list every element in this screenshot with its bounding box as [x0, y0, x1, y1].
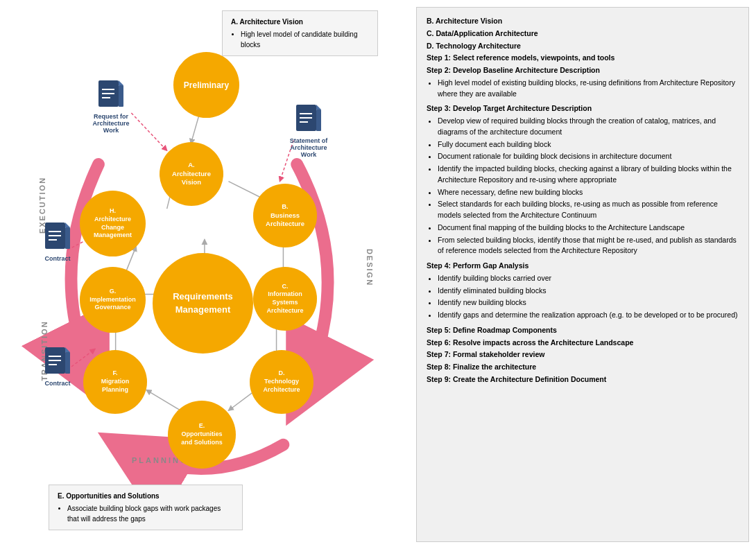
- circle-center: Requirements Management: [153, 253, 253, 354]
- rp-step2: Step 2: Develop Baseline Architecture De…: [427, 65, 739, 76]
- rp-step1: Step 1: Select reference models, viewpoi…: [427, 53, 739, 64]
- callout-top-title: A. Architecture Vision: [231, 17, 369, 27]
- circle-g: G. Implementation Governance: [80, 267, 146, 333]
- doc-request: Request for Architecture Work: [87, 80, 135, 134]
- right-panel: B. Architecture Vision C. Data/Applicati…: [416, 7, 749, 542]
- rp-line-1: B. Architecture Vision: [427, 16, 739, 27]
- svg-marker-30: [65, 223, 70, 227]
- rp-step3-item3: Document rationale for building block de…: [438, 151, 739, 162]
- callout-top: A. Architecture Vision High level model …: [222, 10, 378, 56]
- rp-step3-item4: Identify the impacted building blocks, c…: [438, 164, 739, 186]
- svg-marker-18: [119, 80, 123, 85]
- circle-a: A. Architecture Vision: [160, 142, 223, 206]
- rp-line-3: D. Technology Architecture: [427, 41, 739, 52]
- rp-step3-item6: Select standards for each building block…: [438, 199, 739, 221]
- callout-bottom-item-1: Associate building block gaps with work …: [67, 503, 234, 524]
- svg-rect-37: [65, 352, 70, 374]
- design-label: DESIGN: [366, 249, 374, 286]
- circle-b: B. Business Architecture: [253, 184, 317, 247]
- rp-step4-item3: Identify new building blocks: [438, 297, 739, 308]
- circle-preliminary: Preliminary: [173, 52, 239, 118]
- doc-contract2: Contract: [33, 347, 82, 387]
- circle-h: H. Architecture Change Management: [80, 191, 146, 256]
- circle-e: E. Opportunities and Solutions: [168, 401, 236, 469]
- doc-statement: Statement of Architecture Work: [284, 104, 333, 158]
- rp-step4-item1: Identify building blocks carried over: [438, 273, 739, 284]
- circle-c: C. Information Systems Architecture: [253, 267, 317, 331]
- rp-step8: Step 8: Finalize the architecture: [427, 362, 739, 373]
- callout-bottom-title: E. Opportunities and Solutions: [58, 491, 234, 501]
- circle-f: F. Migration Planning: [83, 350, 147, 414]
- rp-step6: Step 6: Resolve impacts across the Archi…: [427, 338, 739, 349]
- rp-step4-item4: Identify gaps and determine the realizat…: [438, 310, 739, 321]
- rp-step4-item2: Identify eliminated building blocks: [438, 286, 739, 297]
- callout-bottom: E. Opportunities and Solutions Associate…: [49, 485, 243, 530]
- rp-line-2: C. Data/Application Architecture: [427, 28, 739, 40]
- rp-step2-item1: High level model of existing building bl…: [438, 78, 739, 100]
- svg-marker-36: [65, 347, 70, 352]
- rp-step4: Step 4: Perform Gap Analysis: [427, 261, 739, 272]
- rp-step3-item1: Develop view of required building blocks…: [438, 116, 739, 138]
- rp-step9: Step 9: Create the Architecture Definiti…: [427, 374, 739, 385]
- rp-step3: Step 3: Develop Target Architecture Desc…: [427, 103, 739, 114]
- rp-step5: Step 5: Define Roadmap Components: [427, 325, 739, 336]
- doc-contract1: Contract: [33, 222, 82, 262]
- rp-step3-item8: From selected building blocks, identify …: [438, 235, 739, 257]
- rp-step3-item5: Where necessary, define new building blo…: [438, 187, 739, 198]
- svg-rect-19: [119, 85, 123, 107]
- rp-step3-item7: Document final mapping of the building b…: [438, 223, 739, 234]
- circle-d: D. Technology Architecture: [250, 350, 313, 414]
- svg-rect-31: [65, 227, 70, 249]
- svg-marker-24: [316, 105, 321, 110]
- rp-step7: Step 7: Formal stakeholder review: [427, 349, 739, 360]
- svg-line-5: [146, 390, 180, 411]
- callout-top-item-1: High level model of candidate building b…: [241, 29, 369, 50]
- svg-rect-25: [316, 110, 321, 131]
- rp-step3-item2: Fully document each building block: [438, 139, 739, 150]
- svg-line-13: [131, 113, 166, 150]
